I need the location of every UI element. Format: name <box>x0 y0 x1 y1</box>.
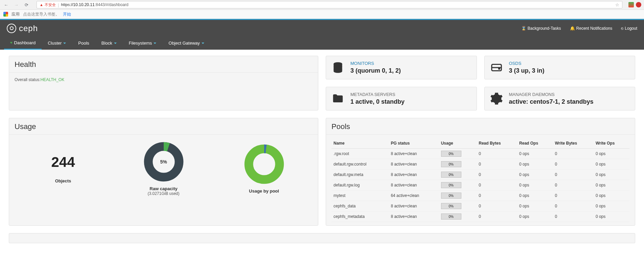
health-title: Health <box>9 56 318 73</box>
cell-wo: 0 ops <box>594 159 629 170</box>
mgr-card[interactable]: MANAGER DAEMONS active: centos7-1, 2 sta… <box>484 87 636 110</box>
back-button[interactable]: ← <box>3 2 9 7</box>
cell-wo: 0 ops <box>594 170 629 180</box>
cell-pg: 8 active+clean <box>389 159 439 170</box>
col-rb[interactable]: Read Bytes <box>477 138 517 149</box>
cell-name: cephfs_metadata <box>331 211 389 222</box>
table-row[interactable]: default.rgw.control 8 active+clean 0% 0 … <box>331 159 629 170</box>
cell-ro: 0 ops <box>517 170 553 180</box>
heart-icon: ♥ <box>10 41 13 45</box>
cell-wo: 0 ops <box>594 211 629 222</box>
usage-bar: 0% <box>441 203 461 209</box>
health-status: Overall status:HEALTH_OK <box>15 77 313 82</box>
main-nav: ♥Dashboard Cluster Pools Block Filesyste… <box>0 36 644 50</box>
cell-wo: 0 ops <box>594 180 629 191</box>
chevron-down-icon <box>154 43 156 44</box>
address-bar[interactable]: ▲ 不安全 | https://10.10.20.11:8443/#/dashb… <box>37 1 622 8</box>
ceph-logo-icon <box>7 24 16 33</box>
bookmark-star-icon[interactable]: ☆ <box>615 2 619 7</box>
recent-notifications-link[interactable]: 🔔 Recent Notifications <box>570 26 613 31</box>
logout-link[interactable]: ⎋ Logout <box>621 26 637 31</box>
reload-button[interactable]: ⟳ <box>23 2 30 7</box>
cell-ro: 0 ops <box>517 149 553 159</box>
table-row[interactable]: mytest 64 active+clean 0% 0 0 ops 0 0 op… <box>331 191 629 201</box>
table-row[interactable]: cephfs_metadata 8 active+clean 0% 0 0 op… <box>331 211 629 222</box>
cell-usage: 0% <box>439 170 477 180</box>
osds-label: OSDS <box>509 61 545 66</box>
nav-pools[interactable]: Pools <box>72 36 95 50</box>
bookmark-start[interactable]: 开始 <box>63 11 71 17</box>
mgr-label: MANAGER DAEMONS <box>509 92 594 97</box>
raw-pct: 5% <box>160 159 167 165</box>
usage-title: Usage <box>9 118 318 135</box>
nav-block[interactable]: Block <box>95 36 123 50</box>
cell-rb: 0 <box>477 191 517 201</box>
nav-object-gateway[interactable]: Object Gateway <box>162 36 210 50</box>
monitors-card[interactable]: MONITORS 3 (quorum 0, 1, 2) <box>326 56 477 79</box>
objects-col: 244 Objects <box>51 154 75 183</box>
cell-pg: 8 active+clean <box>389 201 439 211</box>
table-row[interactable]: default.rgw.log 8 active+clean 0% 0 0 op… <box>331 180 629 191</box>
cell-wb: 0 <box>553 180 594 191</box>
usage-bar: 0% <box>441 172 461 178</box>
raw-label: Raw capacity <box>143 186 184 191</box>
bottom-panel <box>9 233 635 243</box>
cell-wo: 0 ops <box>594 149 629 159</box>
apps-label[interactable]: 应用 <box>12 11 20 17</box>
cell-ro: 0 ops <box>517 201 553 211</box>
cell-rb: 0 <box>477 211 517 222</box>
cell-pg: 8 active+clean <box>389 149 439 159</box>
brand-text: ceph <box>19 24 38 33</box>
cell-rb: 0 <box>477 170 517 180</box>
pools-title: Pools <box>326 118 635 135</box>
nav-dashboard[interactable]: ♥Dashboard <box>4 36 42 50</box>
usage-by-pool-donut <box>244 144 284 184</box>
apps-icon[interactable] <box>3 12 8 17</box>
col-ro[interactable]: Read Ops <box>517 138 553 149</box>
table-header-row: Name PG status Usage Read Bytes Read Ops… <box>331 138 629 149</box>
cell-rb: 0 <box>477 180 517 191</box>
col-pg[interactable]: PG status <box>389 138 439 149</box>
usage-bar: 0% <box>441 213 461 220</box>
gear-icon <box>490 92 503 105</box>
cell-ro: 0 ops <box>517 159 553 170</box>
cell-name: default.rgw.meta <box>331 170 389 180</box>
extension-icon[interactable] <box>636 2 641 7</box>
url-text: https://10.10.20.11:8443/#/dashboard <box>61 2 129 7</box>
mgr-value: active: centos7-1, 2 standbys <box>509 98 594 105</box>
extension-icon[interactable] <box>628 2 634 7</box>
cell-usage: 0% <box>439 159 477 170</box>
cell-rb: 0 <box>477 201 517 211</box>
cell-usage: 0% <box>439 149 477 159</box>
col-usage[interactable]: Usage <box>439 138 477 149</box>
table-row[interactable]: .rgw.root 8 active+clean 0% 0 0 ops 0 0 … <box>331 149 629 159</box>
cell-wb: 0 <box>553 149 594 159</box>
col-wb[interactable]: Write Bytes <box>553 138 594 149</box>
nav-cluster[interactable]: Cluster <box>42 36 72 50</box>
cell-name: default.rgw.control <box>331 159 389 170</box>
cell-wo: 0 ops <box>594 191 629 201</box>
chevron-down-icon <box>63 43 66 44</box>
forward-button[interactable]: → <box>13 2 20 7</box>
chevron-down-icon <box>202 43 204 44</box>
background-tasks-link[interactable]: ⌛ Background-Tasks <box>521 26 561 31</box>
bookmark-bar: 应用 点击这里导入书签。 开始 <box>0 10 644 19</box>
osds-card[interactable]: OSDS 3 (3 up, 3 in) <box>484 56 636 79</box>
cluster-info-grid: MONITORS 3 (quorum 0, 1, 2) OSDS 3 (3 up… <box>326 56 635 110</box>
col-wo[interactable]: Write Ops <box>594 138 629 149</box>
monitors-value: 3 (quorum 0, 1, 2) <box>350 67 401 74</box>
mds-label: METADATA SERVERS <box>350 92 405 97</box>
bookmark-hint: 点击这里导入书签。 <box>23 11 60 17</box>
cell-usage: 0% <box>439 211 477 222</box>
mds-card[interactable]: METADATA SERVERS 1 active, 0 standby <box>326 87 477 110</box>
col-name[interactable]: Name <box>331 138 389 149</box>
cell-ro: 0 ops <box>517 191 553 201</box>
brand[interactable]: ceph <box>7 24 38 33</box>
insecure-label: 不安全 <box>45 2 56 7</box>
nav-filesystems[interactable]: Filesystems <box>123 36 163 50</box>
cell-pg: 8 active+clean <box>389 170 439 180</box>
cell-wb: 0 <box>553 170 594 180</box>
table-row[interactable]: default.rgw.meta 8 active+clean 0% 0 0 o… <box>331 170 629 180</box>
svg-point-6 <box>249 149 279 180</box>
table-row[interactable]: cephfs_data 8 active+clean 0% 0 0 ops 0 … <box>331 201 629 211</box>
